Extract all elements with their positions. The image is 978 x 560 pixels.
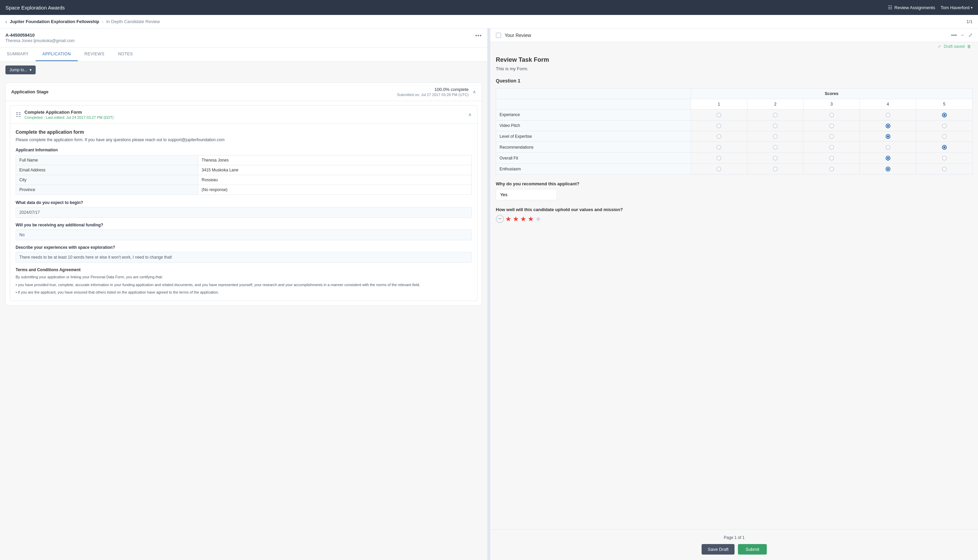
minimize-button[interactable]: − (961, 32, 964, 38)
radio-4[interactable] (886, 123, 890, 128)
stage-toggle-icon[interactable]: ∧ (473, 89, 476, 94)
stage-header: Application Stage 100.0% complete Submit… (6, 83, 482, 101)
field-label: Email Address (16, 165, 198, 175)
left-content: Application Stage 100.0% complete Submit… (0, 78, 487, 560)
form-footer: Page 1 of 1 Save Draft Submit (491, 530, 978, 560)
review-assignments-label: Review Assignments (895, 5, 935, 10)
tab-notes[interactable]: NOTES (111, 48, 140, 61)
score-row: Recommendations (496, 142, 973, 153)
back-button[interactable]: ‹ (5, 19, 7, 25)
score-cell-2 (747, 120, 803, 131)
radio-4[interactable] (886, 145, 890, 150)
tab-application[interactable]: APPLICATION (36, 48, 78, 61)
breadcrumb-bar: ‹ Jupiter Foundation Exploration Fellows… (0, 15, 978, 28)
draft-saved-label: Draft saved (944, 44, 965, 49)
question-block: Describe your experiences with space exp… (16, 245, 472, 263)
applicant-email-val: tjmuskoka@gmail.com (33, 38, 75, 43)
radio-5[interactable] (942, 134, 947, 139)
radio-4[interactable] (886, 156, 890, 160)
radio-1[interactable] (716, 113, 721, 117)
radio-3[interactable] (829, 113, 834, 117)
radio-4[interactable] (886, 167, 890, 172)
radio-2[interactable] (773, 113, 778, 117)
review-header-left: Your Review (496, 33, 531, 38)
expand-button[interactable]: ⤢ (968, 32, 973, 38)
radio-5[interactable] (942, 113, 947, 117)
score-cell-3 (803, 153, 860, 163)
score-cell-3 (803, 110, 860, 120)
terms-title: Terms and Conditions Agreement (16, 267, 472, 272)
dropdown-arrow-icon: ▾ (30, 68, 32, 72)
star-1[interactable]: ★ (505, 215, 511, 223)
score-cell-4 (860, 120, 916, 131)
panel-divider[interactable]: ⋮ (487, 28, 491, 560)
score-cell-5 (916, 131, 973, 142)
radio-2[interactable] (773, 167, 778, 172)
radio-5[interactable] (942, 145, 947, 150)
question-block: What data do you expect to begin? 2024/0… (16, 200, 472, 218)
radio-3[interactable] (829, 123, 834, 128)
user-menu[interactable]: Tom Haverford ▾ (941, 5, 973, 10)
radio-2[interactable] (773, 123, 778, 128)
radio-1[interactable] (716, 123, 721, 128)
draft-saved-bar: ✓ Draft saved 🗑 (491, 42, 978, 51)
top-nav: Space Exploration Awards ☷ Review Assign… (0, 0, 978, 15)
form-status: Completed - Last edited: Jul 24 2017 03:… (25, 115, 113, 120)
radio-2[interactable] (773, 145, 778, 150)
terms-bullet: • if you are the applicant, you have ens… (16, 290, 472, 295)
radio-1[interactable] (716, 145, 721, 150)
review-checkbox[interactable] (496, 33, 501, 38)
stage-title: Application Stage (11, 89, 48, 94)
applicant-menu-button[interactable]: ••• (475, 33, 482, 39)
radio-3[interactable] (829, 167, 834, 172)
radio-3[interactable] (829, 156, 834, 160)
radio-1[interactable] (716, 134, 721, 139)
radio-5[interactable] (942, 123, 947, 128)
review-assignments-link[interactable]: ☷ Review Assignments (888, 5, 935, 10)
radio-5[interactable] (942, 156, 947, 160)
star-2[interactable]: ★ (513, 215, 519, 223)
user-name: Tom Haverford (941, 5, 970, 10)
tab-summary[interactable]: SUMMARY (0, 48, 36, 61)
score-cell-1 (691, 153, 747, 163)
star-minus-button[interactable]: − (496, 215, 504, 223)
radio-1[interactable] (716, 167, 721, 172)
save-draft-button[interactable]: Save Draft (702, 544, 734, 555)
score-col-1: 1 (691, 99, 747, 110)
radio-4[interactable] (886, 113, 890, 117)
radio-2[interactable] (773, 156, 778, 160)
score-cell-3 (803, 142, 860, 153)
submit-button[interactable]: Submit (738, 544, 766, 555)
terms-section: Terms and Conditions Agreement By submit… (16, 267, 472, 295)
radio-4[interactable] (886, 134, 890, 139)
stage-completion: 100.0% complete (397, 87, 469, 92)
applicant-id: A-4450059410 (5, 33, 75, 38)
star-3[interactable]: ★ (520, 215, 526, 223)
star-5[interactable]: ★ (535, 215, 541, 223)
radio-5[interactable] (942, 167, 947, 172)
score-table: Scores 1 2 3 4 5 Experiance (496, 88, 973, 175)
radio-3[interactable] (829, 134, 834, 139)
applicant-info: A-4450059410 Theresa Jones tjmuskoka@gma… (5, 33, 75, 43)
form-toggle-icon[interactable]: ∧ (468, 112, 472, 117)
radio-2[interactable] (773, 134, 778, 139)
jump-to-label: Jump to... (10, 68, 27, 72)
radio-1[interactable] (716, 156, 721, 160)
jump-to-button[interactable]: Jump to... ▾ (5, 65, 36, 74)
radio-3[interactable] (829, 145, 834, 150)
score-cell-1 (691, 142, 747, 153)
stage-label: In Depth Candidate Review (106, 19, 160, 24)
star-rating: − ★ ★ ★ ★ ★ (496, 215, 973, 223)
field-value: Rosseau (198, 175, 471, 185)
star-4[interactable]: ★ (528, 215, 534, 223)
trash-icon[interactable]: 🗑 (967, 44, 971, 49)
score-cell-1 (691, 131, 747, 142)
tab-reviews[interactable]: REVIEWS (78, 48, 112, 61)
form-description: Please complete the application form. If… (16, 137, 472, 142)
review-more-button[interactable]: ••• (951, 32, 957, 38)
score-cell-2 (747, 110, 803, 120)
criteria-label: Recommendations (496, 142, 691, 153)
question-block: Will you be receiving any additional fun… (16, 223, 472, 240)
recommend-input[interactable] (496, 189, 557, 200)
info-row: Email Address3415 Muskoka Lane (16, 165, 472, 175)
